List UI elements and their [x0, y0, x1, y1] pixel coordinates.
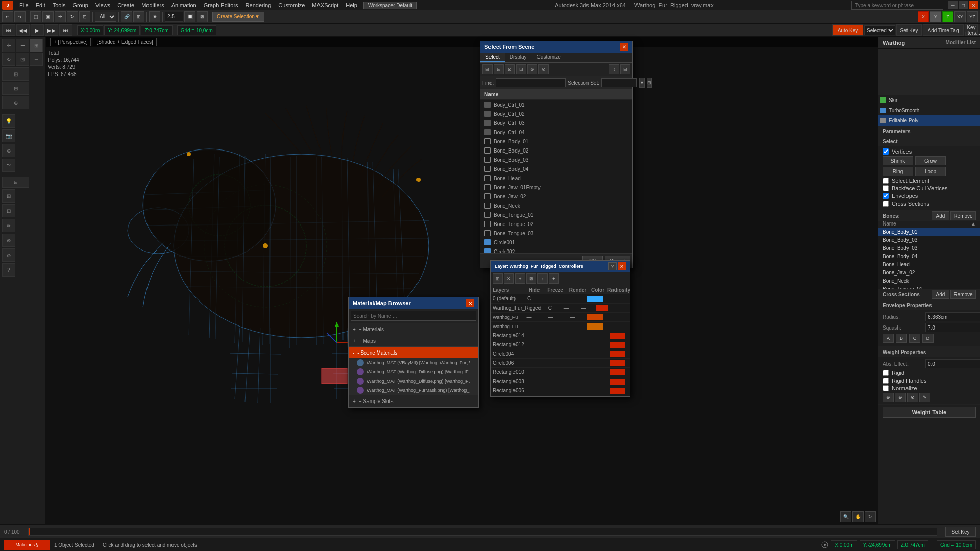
dlg-btn-2[interactable]: ⊟ [494, 64, 504, 74]
layer-item-5[interactable]: Rectangle012 [491, 340, 630, 349]
bone-item-6[interactable]: Bone_Neck [878, 277, 980, 285]
malicious-indicator[interactable]: Malicious § [4, 540, 50, 550]
y-axis-button[interactable]: Y [930, 11, 941, 22]
yz-axis-button[interactable]: YZ [967, 11, 978, 22]
move-button[interactable]: ✛ [55, 11, 66, 22]
menu-graph-editors[interactable]: Graph Editors [201, 1, 241, 9]
selection-mode-dropdown[interactable]: Selected [864, 25, 895, 35]
tool-camera[interactable]: 📷 [2, 129, 15, 142]
bone-item-3[interactable]: Bone_Body_04 [878, 252, 980, 260]
scene-item-15[interactable]: Circle001 [480, 238, 632, 247]
layers-new-button[interactable]: ⊞ [493, 273, 503, 284]
prev-frame-button[interactable]: ◀◀ [16, 24, 30, 36]
ring-button[interactable]: Ring [883, 167, 913, 176]
mat-item-2[interactable]: Warthog_MAT (Warthog_Diffuse.png) [Warth… [349, 377, 478, 386]
sel-set-highlight[interactable]: ⊞ [647, 78, 652, 88]
scene-item-16[interactable]: Circle002 [480, 247, 632, 253]
scene-materials-header[interactable]: - - Scene Materials [349, 347, 478, 358]
tool-light[interactable]: 💡 [2, 114, 15, 128]
bone-item-1[interactable]: Bone_Body_03 [878, 236, 980, 244]
layer-item-3[interactable]: Warthog_Fur_Rigged_Cont... — — — [491, 322, 630, 331]
normalize-checkbox[interactable] [883, 385, 889, 391]
menu-animation[interactable]: Animation [168, 1, 200, 9]
scene-item-7[interactable]: Bone_Body_04 [480, 164, 632, 173]
pan-button[interactable]: ✋ [852, 511, 864, 522]
selection-filter-btn[interactable]: Create Selection▼ [212, 12, 264, 22]
modifier-skin[interactable]: Skin [878, 95, 980, 105]
dlg-btn-4[interactable]: ⊡ [516, 64, 526, 74]
env-icon-3[interactable]: C [909, 334, 920, 343]
shrink-button[interactable]: Shrink [883, 156, 913, 165]
menu-help[interactable]: Help [342, 1, 360, 9]
weight-icon-4[interactable]: ✎ [919, 393, 930, 402]
bone-item-7[interactable]: Bone_Tongue_01 [878, 285, 980, 289]
menu-group[interactable]: Group [69, 1, 91, 9]
mat-item-3[interactable]: Warthog_MAT (Warthog_FurMask.png) [Warth… [349, 386, 478, 395]
bone-item-5[interactable]: Bone_Jaw_02 [878, 268, 980, 277]
menu-views[interactable]: Views [92, 1, 113, 9]
dlg-btn-6[interactable]: ⊘ [538, 64, 549, 74]
menu-create[interactable]: Create [114, 1, 137, 9]
tab-select[interactable]: Select [480, 53, 505, 62]
menu-customize[interactable]: Customize [275, 1, 308, 9]
bone-item-4[interactable]: Bone_Head [878, 260, 980, 268]
weight-table-button[interactable]: Weight Table [883, 407, 976, 418]
layer-item-9[interactable]: Rectangle008 [491, 377, 630, 386]
tool-ik[interactable]: ⊡ [2, 204, 15, 217]
env-icon-2[interactable]: B [896, 334, 907, 343]
loop-button[interactable]: Loop [915, 167, 946, 176]
filter-dropdown[interactable]: All [95, 12, 116, 22]
bone-item-2[interactable]: Bone_Body_03 [878, 244, 980, 252]
last-frame-button[interactable]: ⏭ [59, 24, 72, 36]
layers-move-button[interactable]: ↕ [537, 273, 548, 284]
materials-section-header[interactable]: + + Materials [349, 323, 478, 335]
radius-input[interactable] [925, 312, 980, 321]
scene-item-0[interactable]: Body_Ctrl_01 [480, 100, 632, 109]
scene-item-10[interactable]: Bone_Jaw_02 [480, 192, 632, 201]
cross-sections-checkbox[interactable] [883, 201, 889, 207]
sample-slots-header[interactable]: + + Sample Slots [349, 395, 478, 407]
backface-checkbox[interactable] [883, 185, 889, 191]
bone-item-0[interactable]: Bone_Body_01 [878, 228, 980, 236]
dlg-btn-5[interactable]: ⊗ [527, 64, 537, 74]
layer-item-4[interactable]: Rectangle014 — — — [491, 331, 630, 340]
scene-item-6[interactable]: Bone_Body_03 [480, 155, 632, 164]
layer-item-11[interactable]: Circle002 [491, 395, 630, 396]
weight-icon-3[interactable]: ⊗ [907, 393, 918, 402]
tool-rotate[interactable]: ↻ [2, 53, 15, 66]
dialog-close-button[interactable]: ✕ [620, 43, 628, 51]
add-bone-button[interactable]: Add [932, 211, 949, 220]
viewport-mode[interactable]: [Shaded + Edged Faces] [93, 38, 156, 46]
layers-help-button[interactable]: ? [608, 262, 617, 270]
add-time-tag-button[interactable]: Add Time Tag [923, 24, 964, 36]
material-browser-close[interactable]: ✕ [466, 299, 474, 307]
key-filters-button[interactable]: Key Filters... [965, 24, 978, 36]
close-button[interactable]: ✕ [969, 1, 978, 9]
snap-button[interactable]: 🔲 [184, 11, 195, 22]
select-element-checkbox[interactable] [883, 178, 889, 184]
undo-button[interactable]: ↩ [2, 11, 13, 22]
scale-button[interactable]: ⊡ [79, 11, 90, 22]
find-input[interactable] [496, 78, 566, 87]
view-button[interactable]: 👁 [149, 11, 160, 22]
minimize-button[interactable]: ─ [948, 1, 958, 9]
viewport-label[interactable]: + [Perspective] [50, 38, 91, 46]
mat-item-0[interactable]: Warthog_MAT (VRayMtl) [Warthog, Warthog_… [349, 358, 478, 367]
envelopes-checkbox[interactable] [883, 193, 889, 199]
abs-effect-input[interactable] [925, 359, 980, 368]
squash-input[interactable] [925, 323, 980, 332]
tool-bone[interactable]: ⊞ [2, 189, 15, 203]
layers-close-button[interactable]: ✕ [618, 262, 626, 270]
zoom-button[interactable]: 🔍 [840, 511, 851, 522]
scene-item-12[interactable]: Bone_Tongue_01 [480, 210, 632, 219]
layers-select-button[interactable]: ⊠ [526, 273, 536, 284]
tool-pan[interactable]: ☰ [16, 39, 29, 52]
modifier-editable-poly[interactable]: Editable Poly [878, 115, 980, 126]
rotate-button[interactable]: ↻ [67, 11, 78, 22]
grow-button[interactable]: Grow [915, 156, 946, 165]
link-button[interactable]: 🔗 [121, 11, 132, 22]
add-cross-button[interactable]: Add [932, 290, 949, 299]
dlg-btn-1[interactable]: ⊞ [482, 64, 493, 74]
snap2d-button[interactable]: ⊠ [197, 11, 208, 22]
timeline-track[interactable] [28, 528, 937, 536]
